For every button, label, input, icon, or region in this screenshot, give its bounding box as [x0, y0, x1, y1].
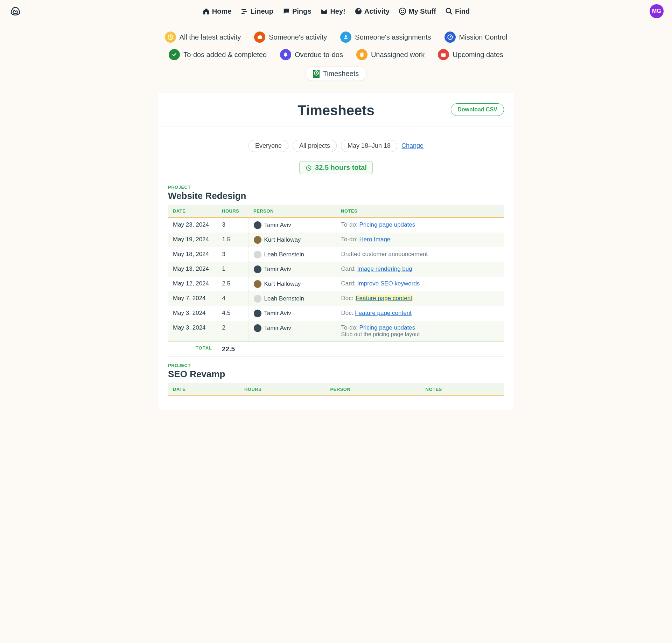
cell-person: Leah Bernstein	[248, 247, 336, 262]
cell-hours: 4	[217, 291, 248, 306]
nav-home[interactable]: Home	[202, 7, 232, 15]
column-header-date: DATE	[168, 205, 217, 217]
subnav-someone-assignments[interactable]: Someone's assignments	[340, 32, 431, 43]
svg-rect-11	[259, 35, 261, 36]
basecamp-logo-icon	[9, 5, 22, 18]
cell-hours: 1	[217, 262, 248, 277]
nav-find[interactable]: Find	[445, 7, 470, 15]
person-name: Tamir Aviv	[264, 310, 291, 317]
briefcase-icon	[254, 32, 265, 43]
nav-pings-label: Pings	[292, 7, 311, 15]
person-avatar[interactable]	[254, 236, 261, 244]
person-name: Tamir Aviv	[264, 266, 291, 273]
subnav-latest-activity[interactable]: All the latest activity	[165, 32, 241, 43]
subnav-someone-assignments-label: Someone's assignments	[355, 33, 431, 41]
download-csv-button[interactable]: Download CSV	[451, 103, 504, 116]
subnav-todos-label: To-dos added & completed	[183, 51, 267, 59]
subnav-mission-control-label: Mission Control	[459, 33, 507, 41]
project-name[interactable]: Website Redesign	[168, 191, 504, 201]
table-row: May 23, 20243Tamir AvivTo-do: Pricing pa…	[168, 217, 504, 233]
note-link[interactable]: Improve SEO keywords	[357, 280, 420, 287]
project-name[interactable]: SEO Revamp	[168, 369, 504, 380]
column-header-notes: NOTES	[421, 383, 504, 396]
hey-icon	[320, 7, 328, 15]
note-link[interactable]: Feature page content	[355, 310, 412, 316]
timesheets-card: Timesheets Download CSV Everyone All pro…	[158, 93, 514, 410]
person-avatar[interactable]	[254, 280, 261, 288]
nav-hey[interactable]: Hey!	[320, 7, 345, 15]
change-filters-link[interactable]: Change	[401, 142, 424, 150]
note-link[interactable]: Hero Image	[359, 236, 390, 243]
subnav-upcoming[interactable]: Upcoming dates	[438, 49, 503, 60]
card-header: Timesheets Download CSV	[158, 93, 514, 126]
activity-icon	[355, 7, 362, 15]
note-prefix: To-do:	[341, 221, 359, 228]
svg-rect-0	[241, 9, 246, 10]
table-row: May 18, 20243Leah BernsteinDrafted custo…	[168, 247, 504, 262]
svg-point-4	[399, 8, 406, 14]
subnav: All the latest activity Someone's activi…	[0, 32, 672, 81]
table-row: May 3, 20244.5Tamir AvivDoc: Feature pag…	[168, 306, 504, 321]
column-header-notes: NOTES	[336, 205, 504, 217]
note-prefix: To-do:	[341, 324, 359, 331]
nav-lineup[interactable]: Lineup	[240, 7, 273, 15]
column-header-date: DATE	[168, 383, 239, 396]
total-row: TOTAL22.5	[168, 341, 504, 357]
subnav-timesheets-label: Timesheets	[323, 70, 359, 78]
svg-line-8	[450, 12, 452, 14]
note-link[interactable]: Pricing page updates	[359, 221, 415, 228]
person-avatar[interactable]	[254, 221, 261, 229]
calendar-icon	[438, 49, 449, 60]
home-icon	[202, 7, 210, 15]
project-block: PROJECTWebsite RedesignDATEHOURSPERSONNO…	[158, 185, 514, 357]
note-link[interactable]: Pricing page updates	[359, 324, 415, 331]
mystuff-icon	[399, 7, 406, 15]
note-link[interactable]: Image rendering bug	[357, 265, 412, 272]
column-header-hours: HOURS	[239, 383, 325, 396]
search-icon	[445, 7, 453, 15]
person-icon	[340, 32, 351, 43]
filter-date-range[interactable]: May 18–Jun 18	[341, 140, 397, 152]
svg-rect-2	[241, 13, 245, 14]
subnav-overdue[interactable]: Overdue to-dos	[280, 49, 343, 60]
subnav-unassigned[interactable]: Unassigned work	[356, 49, 425, 60]
nav-mystuff-label: My Stuff	[408, 7, 436, 15]
person-name: Kurt Halloway	[264, 236, 301, 243]
subnav-someone-activity[interactable]: Someone's activity	[254, 32, 327, 43]
subnav-timesheets-active[interactable]: Timesheets	[305, 67, 367, 81]
cell-date: May 23, 2024	[168, 217, 217, 233]
svg-rect-16	[361, 52, 363, 53]
total-label: TOTAL	[168, 341, 217, 357]
filter-project[interactable]: All projects	[293, 140, 337, 152]
nav-activity-label: Activity	[364, 7, 390, 15]
app-logo[interactable]	[8, 4, 22, 18]
filter-people[interactable]: Everyone	[248, 140, 288, 152]
note-prefix: Doc:	[341, 310, 355, 316]
nav-mystuff[interactable]: My Stuff	[399, 7, 436, 15]
svg-point-6	[403, 10, 404, 11]
person-avatar[interactable]	[254, 265, 261, 273]
cell-date: May 3, 2024	[168, 306, 217, 321]
person-avatar[interactable]	[254, 310, 261, 317]
table-row: May 12, 20242.5Kurt HallowayCard: Improv…	[168, 277, 504, 291]
person-avatar[interactable]	[254, 295, 261, 303]
svg-rect-1	[243, 11, 247, 12]
note-link[interactable]: Feature page content	[355, 295, 413, 302]
gauge-icon	[444, 32, 456, 43]
total-hours-text: 32.5 hours total	[315, 164, 367, 172]
person-name: Kurt Halloway	[264, 281, 301, 288]
subnav-todos[interactable]: To-dos added & completed	[169, 49, 267, 60]
nav-activity[interactable]: Activity	[355, 7, 390, 15]
table-row: May 7, 20244Leah BernsteinDoc: Feature p…	[168, 291, 504, 306]
subnav-unassigned-label: Unassigned work	[371, 51, 425, 59]
column-header-person: PERSON	[248, 205, 336, 217]
svg-rect-18	[441, 53, 446, 54]
cell-notes: Doc: Feature page content	[336, 306, 504, 321]
person-avatar[interactable]	[254, 324, 261, 332]
nav-home-label: Home	[212, 7, 232, 15]
stopwatch-small-icon	[305, 164, 312, 171]
subnav-mission-control[interactable]: Mission Control	[444, 32, 507, 43]
user-avatar[interactable]: MG	[650, 4, 664, 18]
nav-pings[interactable]: Pings	[282, 7, 311, 15]
person-avatar[interactable]	[254, 251, 261, 258]
